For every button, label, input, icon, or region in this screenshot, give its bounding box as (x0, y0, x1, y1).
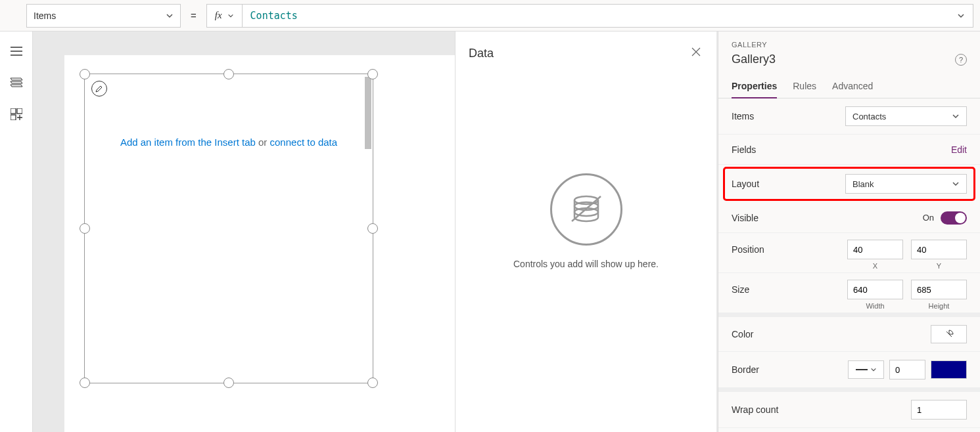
insert-icon[interactable] (10, 108, 23, 121)
items-dropdown[interactable]: Contacts (845, 106, 967, 126)
sub-label-width: Width (847, 302, 903, 310)
resize-handle[interactable] (367, 378, 378, 388)
resize-handle[interactable] (223, 378, 234, 388)
prop-label: Layout (732, 179, 759, 189)
tab-advanced[interactable]: Advanced (832, 76, 873, 98)
formula-input[interactable]: Contacts (243, 4, 973, 28)
property-selector[interactable]: Items (26, 4, 181, 28)
prop-wrap-count: Wrap count (718, 392, 980, 428)
control-name[interactable]: Gallery3 (732, 53, 776, 66)
chevron-down-icon (952, 112, 960, 120)
position-y-input[interactable] (911, 240, 967, 259)
prop-layout: Layout Blank (722, 166, 976, 202)
svg-rect-1 (17, 108, 22, 114)
sub-label-y: Y (911, 262, 967, 270)
database-empty-icon (550, 173, 622, 246)
position-x-input[interactable] (847, 240, 903, 259)
chevron-down-icon (957, 12, 965, 20)
prop-visible: Visible On (718, 203, 980, 233)
color-swatch[interactable] (931, 325, 967, 343)
prop-label: Fields (732, 144, 756, 155)
fields-edit-link[interactable]: Edit (951, 144, 967, 155)
border-color-swatch[interactable] (931, 360, 967, 379)
fx-label: fx (215, 10, 222, 21)
empty-message: Controls you add will show up here. (513, 259, 659, 269)
left-rail (0, 32, 33, 432)
prop-label: Size (732, 284, 749, 295)
formula-value: Contacts (250, 10, 298, 22)
size-width-input[interactable] (847, 280, 903, 299)
border-style-select[interactable] (848, 360, 884, 379)
prop-label: Border (732, 364, 759, 375)
tab-properties[interactable]: Properties (732, 76, 777, 98)
chevron-down-icon (227, 12, 234, 19)
selected-gallery[interactable]: Add an item from the Insert tab or conne… (84, 74, 373, 383)
equals-sign: = (181, 10, 206, 21)
canvas-surface[interactable]: Add an item from the Insert tab or conne… (64, 55, 455, 432)
resize-handle[interactable] (367, 69, 378, 79)
tab-rules[interactable]: Rules (793, 76, 816, 98)
formula-bar: Items = fx Contacts (0, 0, 980, 32)
prop-label: Wrap count (732, 404, 778, 415)
svg-rect-2 (11, 115, 16, 120)
prop-border: Border (718, 352, 980, 388)
prop-items: Items Contacts (718, 98, 980, 135)
close-icon[interactable] (689, 45, 703, 62)
prop-position: Position X Y (718, 233, 980, 273)
prop-size: Size Width Height (718, 273, 980, 313)
size-height-input[interactable] (911, 280, 967, 299)
sub-label-height: Height (911, 302, 967, 310)
sub-label-x: X (847, 262, 903, 270)
prop-label: Visible (732, 213, 758, 223)
prop-color: Color (718, 317, 980, 352)
layout-dropdown[interactable]: Blank (845, 174, 967, 194)
properties-panel: GALLERY Gallery3 ? Properties Rules Adva… (718, 32, 980, 432)
chevron-down-icon (952, 180, 960, 188)
layout-value: Blank (852, 179, 874, 189)
properties-tabs: Properties Rules Advanced (718, 76, 980, 98)
items-value: Contacts (852, 112, 886, 121)
edit-pencil-icon[interactable] (91, 81, 107, 97)
resize-handle[interactable] (367, 223, 378, 234)
prop-label: Items (732, 111, 754, 121)
hamburger-icon[interactable] (10, 45, 23, 58)
connect-data-link[interactable]: connect to data (270, 137, 338, 148)
control-type-label: GALLERY (732, 41, 967, 49)
prop-label: Position (732, 244, 764, 255)
resize-handle[interactable] (80, 378, 90, 388)
svg-rect-0 (11, 108, 16, 114)
data-empty-state: Controls you add will show up here. (455, 75, 716, 269)
chevron-down-icon (166, 12, 174, 20)
resize-handle[interactable] (80, 69, 90, 79)
gallery-placeholder: Add an item from the Insert tab or conne… (85, 137, 373, 148)
property-selector-label: Items (34, 11, 56, 21)
insert-tab-link[interactable]: Add an item from the Insert tab (120, 137, 256, 148)
help-icon[interactable]: ? (955, 54, 967, 66)
tree-view-icon[interactable] (10, 76, 23, 89)
visible-value: On (923, 213, 934, 223)
resize-handle[interactable] (80, 223, 90, 234)
data-pane-header: Data (455, 32, 716, 75)
fx-button[interactable]: fx (206, 4, 243, 28)
prop-label: Color (732, 329, 753, 339)
border-width-input[interactable] (889, 360, 925, 379)
resize-handle[interactable] (223, 69, 234, 79)
chevron-down-icon (870, 366, 877, 373)
properties-header: GALLERY Gallery3 ? (718, 32, 980, 72)
data-pane: Data Controls you add will show up here. (455, 32, 716, 432)
data-pane-title: Data (469, 47, 494, 60)
visible-toggle[interactable] (941, 211, 967, 225)
wrap-count-input[interactable] (911, 400, 967, 420)
or-text: or (256, 137, 270, 148)
prop-fields: Fields Edit (718, 135, 980, 165)
